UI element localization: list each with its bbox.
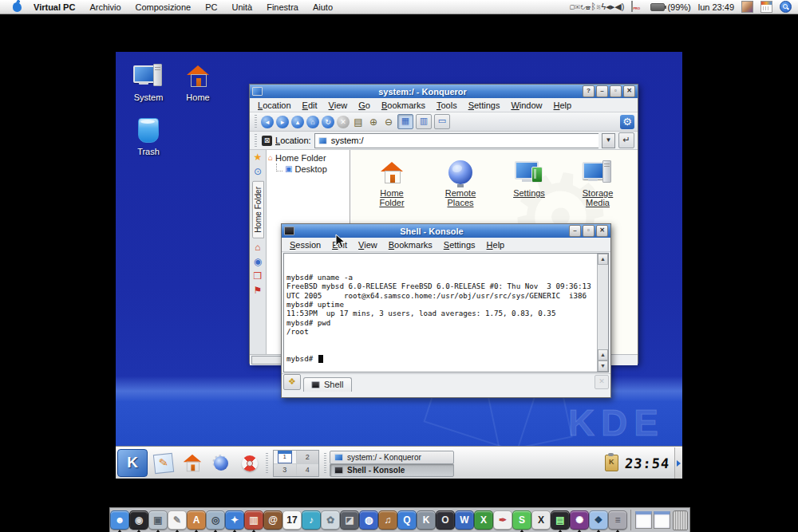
sidebar-tab-history[interactable]: ⊙ (254, 167, 262, 177)
konqueror-menu-item[interactable]: Edit (297, 100, 323, 110)
toolbar-forward[interactable]: ▸ (276, 116, 289, 128)
toolbar-zoom-in[interactable]: ⊕ (367, 116, 380, 128)
panel-hide-button[interactable] (674, 447, 682, 479)
folder-icon-item[interactable]: Remote Places (426, 156, 495, 207)
task-konsole[interactable]: Shell - Konsole (330, 463, 454, 477)
klipper-icon[interactable] (605, 455, 618, 471)
sidebar-tab-root-folder[interactable]: ❒ (254, 271, 263, 282)
konsole-menu-item[interactable]: Help (481, 240, 511, 250)
dock-icon-skype[interactable]: S (512, 509, 531, 532)
desktop-icon-trash[interactable]: Trash (124, 116, 173, 156)
window-button[interactable]: ? (583, 85, 595, 97)
dock-icon-virtual-pc[interactable]: ▥ (244, 509, 263, 532)
window-button[interactable]: – (569, 225, 581, 237)
tree-item[interactable]: ⌂ Home Folder (268, 152, 348, 164)
dock-icon-dashboard[interactable]: ◉ (129, 509, 148, 532)
konqueror-menu-item[interactable]: Bookmarks (376, 100, 431, 110)
konsole-menu-item[interactable]: Session (284, 240, 326, 250)
panel-handle[interactable] (266, 453, 268, 474)
keyboard-layout-icon[interactable]: PRO (631, 2, 643, 12)
terminal-area[interactable]: mybsd# uname -aFreeBSD mybsd 6.0-RELEASE… (283, 253, 609, 372)
scroll-up-icon-bottom[interactable]: ▲ (598, 349, 608, 361)
dock-icon-opera[interactable]: O (436, 509, 455, 532)
dock-icon-server-app[interactable]: ≡ (608, 509, 627, 532)
host-menu-item[interactable]: Virtual PC (26, 2, 82, 12)
apple-menu-icon[interactable] (13, 2, 22, 12)
menubar-bluetooth-icon[interactable]: ᛒ (591, 2, 596, 11)
window-button[interactable]: ▫ (583, 225, 595, 237)
clear-location-icon[interactable]: ⊠ (262, 136, 272, 146)
host-menu-item[interactable]: PC (198, 2, 224, 12)
location-input[interactable]: system:/ (314, 133, 598, 148)
konqueror-menu-item[interactable]: View (323, 100, 354, 110)
dock-icon-safari[interactable]: ✦ (225, 509, 244, 532)
toolbar-icon-view[interactable]: ▦ (397, 114, 413, 129)
konqueror-menu-item[interactable]: Go (353, 100, 376, 110)
folder-icon-item[interactable]: Storage Media (563, 156, 632, 207)
konqueror-titlebar[interactable]: system:/ - Konqueror ?–▫✕ (250, 85, 638, 98)
dock-icon-preview[interactable]: ◎ (206, 509, 225, 532)
dock-icon-quicktime[interactable]: Q (397, 509, 417, 532)
konsole-menu-item[interactable]: Settings (438, 240, 481, 250)
spotlight-icon[interactable] (780, 1, 792, 13)
minimized-window-1[interactable] (635, 511, 652, 529)
toolbar-home[interactable]: ⌂ (306, 116, 319, 128)
toolbar-up[interactable]: ▴ (291, 116, 304, 128)
pager-cell[interactable]: 2 (297, 451, 319, 463)
dock-icon-excel[interactable]: X (474, 509, 493, 532)
dock-icon-ical[interactable]: 17 (282, 509, 302, 532)
minimized-window-2[interactable] (654, 511, 670, 529)
panel-handle[interactable] (324, 453, 326, 474)
dock-icon-itunes[interactable]: ♪ (302, 509, 321, 532)
menubar-mail-icon[interactable]: ✉ (575, 2, 580, 11)
dock-icon-x11[interactable]: X (531, 509, 551, 532)
toolbar-back[interactable]: ◂ (261, 116, 274, 128)
dock-icon-idvd[interactable]: ◍ (359, 509, 378, 532)
sidebar-tab-home-folder[interactable]: Home Folder (252, 181, 264, 238)
toolbar-handle[interactable] (255, 134, 257, 146)
konqueror-menu-item[interactable]: Location (252, 100, 297, 110)
toolbar-multicolumn-view[interactable]: ▥ (416, 114, 432, 129)
window-button[interactable]: ✕ (623, 85, 635, 97)
konqueror-menu-item[interactable]: Settings (463, 100, 506, 110)
dock-icon-font-book[interactable]: A (187, 509, 206, 532)
dock-icon-word[interactable]: W (455, 509, 474, 532)
dock-icon-editor-pen[interactable]: ✒ (493, 509, 512, 532)
host-menu-item[interactable]: Composizione (128, 2, 199, 12)
panel-clock[interactable]: 23:54 (624, 455, 670, 471)
konsole-menu-item[interactable]: Bookmarks (383, 240, 438, 250)
konsole-window-icon[interactable] (284, 227, 294, 235)
window-button[interactable]: – (596, 85, 608, 97)
battery-indicator[interactable]: (99%) (650, 2, 690, 12)
launcher-home[interactable] (180, 451, 204, 475)
scroll-down-icon[interactable]: ▼ (598, 361, 608, 372)
toolbar-zoom-out[interactable]: ⊖ (382, 116, 395, 128)
dock-icon-keynote[interactable]: K (417, 509, 436, 532)
menubar-sync-icon[interactable]: ↻ (580, 2, 586, 11)
dock-icon-finder[interactable]: ☻ (110, 509, 129, 532)
launcher-notes[interactable]: ✎ (152, 451, 176, 475)
host-clock[interactable]: lun 23:49 (698, 2, 734, 12)
host-menu-item[interactable]: Archivio (82, 2, 128, 12)
toolbar-print[interactable]: ▤ (352, 116, 365, 128)
dock-icon-textedit[interactable]: ✎ (168, 509, 187, 532)
dock-icon-address-book[interactable]: @ (263, 509, 282, 532)
sidebar-tab-bookmarks[interactable]: ★ (254, 152, 263, 163)
toolbar-image-view[interactable]: ▭ (434, 114, 450, 129)
folder-icon-item[interactable]: Settings (495, 156, 563, 207)
dock-trash-icon[interactable] (673, 510, 688, 530)
launcher-help[interactable] (238, 451, 262, 475)
desktop-icon-home[interactable]: Home (173, 61, 223, 102)
dock-icon-imovie[interactable]: ◪ (340, 509, 359, 532)
dock-icon-iphoto[interactable]: ✿ (321, 509, 340, 532)
konsole-titlebar[interactable]: Shell - Konsole –▫✕ (282, 224, 610, 238)
sidebar-tab-services[interactable]: ⚑ (254, 286, 263, 296)
launcher-konqueror[interactable]: ⚙ (209, 451, 233, 475)
pager-cell[interactable]: 3 (274, 464, 296, 476)
window-button[interactable]: ▫ (610, 85, 622, 97)
host-menu-item[interactable]: Aiuto (306, 2, 340, 12)
dock-icon-terminal[interactable]: ▤ (551, 509, 570, 532)
scroll-up-icon[interactable]: ▲ (598, 254, 608, 265)
user-avatar[interactable] (741, 1, 753, 13)
tree-item[interactable]: ▣ Desktop (268, 164, 348, 175)
